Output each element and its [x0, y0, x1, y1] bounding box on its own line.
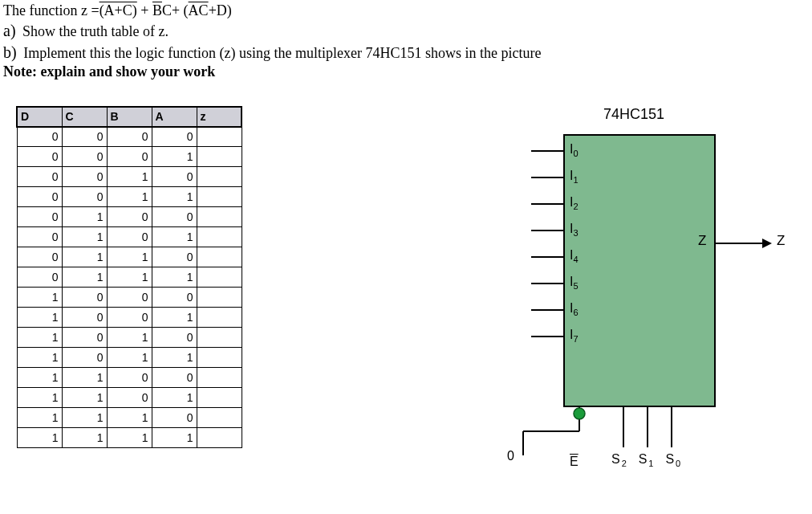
table-row: 0011 — [17, 187, 242, 207]
truth-table: D C B A z 000000010010001101000101011001… — [16, 106, 242, 492]
chip-title: 74HC151 — [603, 106, 664, 123]
input-pin-line — [531, 203, 563, 205]
table-header: D C B A z — [17, 107, 242, 127]
arrow-icon — [762, 239, 772, 248]
table-row: 1110 — [17, 408, 242, 428]
table-row: 0001 — [17, 147, 242, 167]
bottom-wiring: 0 — [507, 407, 716, 487]
output-line — [716, 243, 764, 244]
part-b: b) Implement this the logic function (z)… — [3, 42, 809, 63]
table-row: 0111 — [17, 267, 242, 288]
z-inside-label: Z — [698, 233, 706, 249]
table-row: 1010 — [17, 328, 242, 348]
input-pin-label: I7 — [570, 328, 579, 344]
z-outside-label: Z — [777, 233, 785, 249]
input-pin-label: I2 — [570, 195, 579, 211]
svg-point-1 — [574, 408, 585, 419]
table-row: 0110 — [17, 247, 242, 267]
input-pin-line — [531, 256, 563, 258]
table-row: 1011 — [17, 348, 242, 368]
table-row: 1100 — [17, 368, 242, 388]
input-pin-line — [531, 336, 563, 337]
zero-label: 0 — [507, 449, 514, 463]
table-row: 1001 — [17, 308, 242, 328]
col-C: C — [62, 107, 107, 127]
input-pin-label: I0 — [570, 142, 579, 158]
chip-diagram: 74HC151 I0I1I2I3I4I5I6I7 Z Z E S2 S1 S0 … — [483, 106, 788, 492]
input-pin-label: I6 — [570, 301, 579, 317]
input-pin-line — [531, 177, 563, 178]
input-pin-label: I1 — [570, 169, 579, 185]
table-row: 0101 — [17, 227, 242, 247]
col-D: D — [17, 107, 62, 127]
table-row: 0100 — [17, 207, 242, 227]
col-A: A — [152, 107, 197, 127]
function-line: The function z =(A+C) + BC+ (AC+D) — [3, 2, 809, 20]
input-pin-line — [531, 309, 563, 311]
chip-body — [563, 134, 716, 407]
input-pin-label: I4 — [570, 248, 579, 264]
col-B: B — [107, 107, 152, 127]
input-pin-label: I3 — [570, 222, 579, 238]
input-pin-line — [531, 283, 563, 284]
col-z: z — [197, 107, 242, 127]
table-row: 1000 — [17, 288, 242, 308]
input-pin-label: I5 — [570, 275, 579, 291]
table-row: 0000 — [17, 127, 242, 147]
table-row: 1101 — [17, 388, 242, 408]
table-row: 1111 — [17, 428, 242, 448]
part-a: a) Show the truth table of z. — [3, 20, 809, 41]
input-pin-line — [531, 150, 563, 152]
table-row: 0010 — [17, 167, 242, 187]
input-pin-line — [531, 230, 563, 231]
note-line: Note: explain and show your work — [3, 63, 809, 81]
